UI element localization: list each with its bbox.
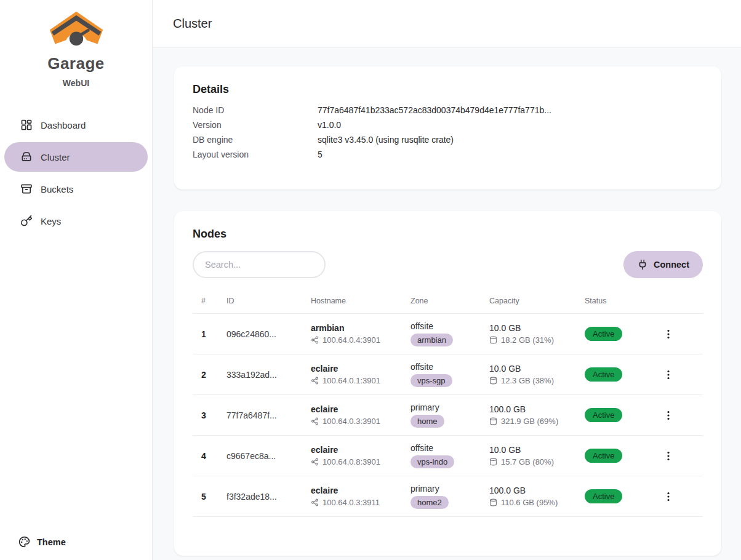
details-label: Version	[193, 120, 318, 130]
zone-badge: home2	[411, 496, 449, 509]
brand-subtitle: WebUI	[0, 78, 152, 88]
capacity-cell: 10.0 GB 18.2 GB (31%)	[489, 323, 585, 345]
theme-toggle-button[interactable]: Theme	[18, 536, 152, 548]
details-value: v1.0.0	[318, 120, 703, 130]
status-badge: Active	[585, 449, 622, 463]
sidebar-item-label: Keys	[41, 216, 61, 226]
col-header-capacity: Capacity	[489, 297, 585, 305]
zone-cell: primary home2	[411, 484, 489, 509]
table-body: 1 096c24860... armbian 100.64.0.4:3901 o…	[193, 314, 703, 517]
table-row[interactable]: 1 096c24860... armbian 100.64.0.4:3901 o…	[193, 314, 703, 354]
zone-cell: offsite armbian	[411, 321, 489, 346]
details-label: Node ID	[193, 105, 318, 115]
database-icon	[489, 498, 497, 506]
col-header-id: ID	[226, 297, 311, 305]
sidebar: Garage WebUI Dashboard Cluster Bu	[0, 0, 153, 560]
table-row[interactable]: 5 f3f32ade18... eclaire 100.64.0.3:3911 …	[193, 476, 703, 517]
capacity-value: 10.0 GB	[489, 445, 585, 455]
capacity-value: 10.0 GB	[489, 323, 585, 333]
sidebar-nav: Dashboard Cluster Buckets Keys	[0, 110, 152, 236]
row-menu-button[interactable]	[660, 487, 677, 506]
buckets-icon	[20, 183, 33, 195]
database-icon	[489, 417, 497, 425]
capacity-value: 100.0 GB	[489, 404, 585, 414]
share-icon	[311, 458, 319, 466]
row-number: 4	[201, 451, 226, 461]
hostname-cell: eclaire 100.64.0.1:3901	[311, 364, 411, 385]
node-id: 333a192ad...	[226, 370, 311, 380]
hostname: eclaire	[311, 404, 411, 414]
actions-cell	[659, 487, 677, 506]
actions-cell	[659, 366, 677, 384]
zone-cell: primary home	[411, 402, 489, 428]
hostname: eclaire	[311, 445, 411, 455]
hostname-cell: eclaire 100.64.0.3:3901	[311, 404, 411, 426]
status-badge: Active	[585, 489, 622, 503]
palette-icon	[18, 536, 30, 548]
kebab-icon	[663, 492, 673, 502]
search-input[interactable]	[193, 251, 326, 278]
details-row: DB engine sqlite3 v3.45.0 (using rusqlit…	[193, 135, 703, 150]
status-cell: Active	[585, 367, 659, 382]
row-menu-button[interactable]	[660, 366, 677, 384]
row-menu-button[interactable]	[660, 447, 677, 465]
hostname: armbian	[311, 323, 411, 333]
row-number: 5	[201, 492, 226, 502]
sidebar-item-dashboard[interactable]: Dashboard	[4, 110, 148, 140]
node-address: 100.64.0.4:3901	[322, 335, 380, 345]
table-row[interactable]: 2 333a192ad... eclaire 100.64.0.1:3901 o…	[193, 354, 703, 395]
actions-cell	[659, 325, 677, 343]
dashboard-icon	[20, 119, 33, 131]
page-title: Cluster	[173, 17, 212, 31]
kebab-icon	[663, 451, 673, 461]
sidebar-item-buckets[interactable]: Buckets	[4, 174, 148, 204]
details-value: sqlite3 v3.45.0 (using rusqlite crate)	[318, 135, 703, 145]
disk-usage: 12.3 GB (38%)	[501, 376, 554, 385]
database-icon	[489, 377, 497, 385]
row-number: 1	[201, 329, 226, 339]
status-cell: Active	[585, 327, 659, 341]
keys-icon	[20, 215, 33, 227]
row-number: 3	[201, 410, 226, 420]
connect-button[interactable]: Connect	[623, 251, 703, 278]
share-icon	[311, 498, 319, 506]
table-row[interactable]: 3 77f7a6487f... eclaire 100.64.0.3:3901 …	[193, 395, 703, 436]
node-id: f3f32ade18...	[226, 492, 311, 502]
row-menu-button[interactable]	[660, 406, 677, 425]
capacity-value: 100.0 GB	[489, 486, 585, 495]
zone-type: offsite	[411, 362, 489, 372]
details-label: Layout version	[193, 150, 318, 159]
actions-cell	[659, 447, 677, 465]
disk-usage: 321.9 GB (69%)	[501, 417, 558, 426]
details-row: Layout version 5	[193, 150, 703, 164]
kebab-icon	[663, 329, 673, 339]
sidebar-item-keys[interactable]: Keys	[4, 206, 148, 236]
row-menu-button[interactable]	[660, 325, 677, 343]
zone-badge: home	[411, 415, 444, 428]
theme-label: Theme	[37, 537, 66, 547]
col-header-num: #	[201, 297, 226, 305]
status-cell: Active	[585, 449, 659, 463]
hostname-cell: eclaire 100.64.0.3:3911	[311, 486, 411, 507]
sidebar-item-cluster[interactable]: Cluster	[4, 142, 148, 172]
row-number: 2	[201, 370, 226, 380]
garage-logo-icon	[47, 9, 106, 53]
capacity-cell: 10.0 GB 12.3 GB (38%)	[489, 364, 585, 385]
brand-area: Garage WebUI	[0, 0, 152, 88]
content: Details Node ID 77f7a6487f41b233ac572ac8…	[153, 48, 741, 560]
zone-type: offsite	[411, 321, 489, 331]
nodes-title: Nodes	[193, 228, 703, 241]
status-badge: Active	[585, 367, 622, 382]
capacity-value: 10.0 GB	[489, 364, 585, 374]
plug-icon	[637, 259, 648, 270]
disk-usage: 15.7 GB (80%)	[501, 457, 554, 466]
brand-title: Garage	[0, 54, 152, 73]
table-header: # ID Hostname Zone Capacity Status	[193, 278, 703, 314]
hostname-cell: eclaire 100.64.0.8:3901	[311, 445, 411, 466]
actions-cell	[659, 406, 677, 425]
table-row[interactable]: 4 c9667ec8a... eclaire 100.64.0.8:3901 o…	[193, 436, 703, 476]
sidebar-spacer	[0, 236, 152, 536]
node-id: 77f7a6487f...	[226, 410, 311, 420]
zone-type: primary	[411, 402, 489, 412]
node-id: 096c24860...	[226, 329, 311, 339]
